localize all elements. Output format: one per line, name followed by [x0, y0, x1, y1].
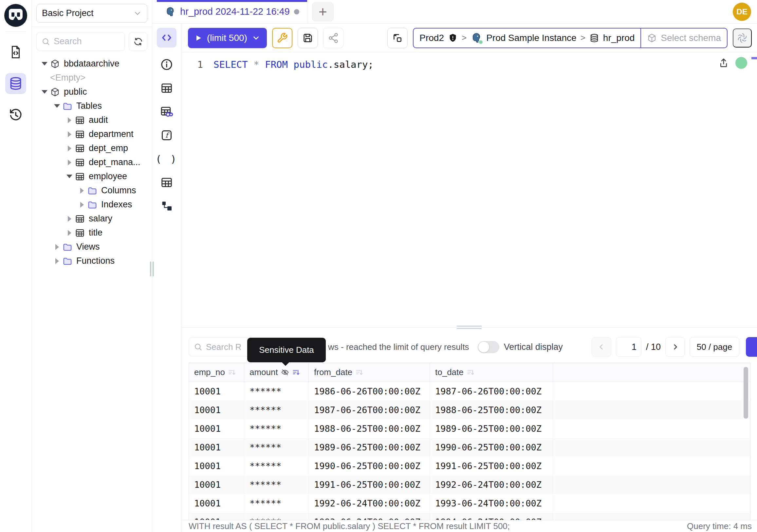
worksheets-nav-button[interactable]: [5, 42, 26, 63]
cell-to-date[interactable]: 1994-06-24T00:00:00Z: [430, 513, 553, 520]
masked-tables-button[interactable]: [160, 105, 174, 119]
cell-emp-no[interactable]: 10001: [189, 419, 244, 438]
share-sheet-button[interactable]: [323, 28, 344, 48]
cell-emp-no[interactable]: 10001: [189, 513, 244, 520]
code-line-1[interactable]: 1 SELECT * FROM public.salary;: [181, 59, 757, 70]
sidebar-resize-handle[interactable]: [150, 262, 154, 276]
refresh-schema-button[interactable]: [129, 32, 147, 51]
cell-emp-no[interactable]: 10001: [189, 382, 244, 401]
procedures-panel-button[interactable]: ( ): [160, 152, 174, 166]
tab-hr-prod[interactable]: hr_prod 2024-11-22 16:49: [157, 0, 308, 23]
sort-icon[interactable]: [228, 368, 236, 376]
tree-caret[interactable]: [64, 117, 75, 123]
column-header[interactable]: amount: [244, 363, 309, 382]
table-row[interactable]: 10001 ****** 1993-06-24T00:00:00Z 1994-0…: [189, 513, 750, 520]
tree-caret[interactable]: [64, 230, 75, 236]
export-button[interactable]: [746, 337, 757, 357]
tree-item[interactable]: bbdataarchive: [36, 57, 152, 71]
tree-caret[interactable]: [64, 160, 75, 166]
new-tab-button[interactable]: +: [312, 2, 334, 21]
cell-from-date[interactable]: 1991-06-25T00:00:00Z: [309, 475, 430, 494]
save-sheet-button[interactable]: [298, 28, 318, 48]
tree-caret[interactable]: [51, 244, 63, 250]
tree-caret[interactable]: [64, 216, 75, 222]
cell-amount-masked[interactable]: ******: [244, 457, 309, 475]
cell-amount-masked[interactable]: ******: [244, 401, 309, 419]
cell-to-date[interactable]: 1993-06-24T00:00:00Z: [430, 494, 553, 513]
next-page-button[interactable]: [665, 337, 685, 357]
functions-panel-button[interactable]: f: [160, 128, 174, 142]
tree-item[interactable]: public: [36, 85, 152, 99]
tree-item[interactable]: dept_emp: [36, 141, 152, 155]
avatar[interactable]: DE: [733, 3, 751, 21]
cell-from-date[interactable]: 1987-06-26T00:00:00Z: [309, 401, 430, 419]
cell-amount-masked[interactable]: ******: [244, 438, 309, 457]
cell-emp-no[interactable]: 10001: [189, 457, 244, 475]
ai-assistant-button[interactable]: [733, 28, 752, 47]
admin-mode-button[interactable]: [272, 28, 292, 48]
tree-item[interactable]: employee: [36, 169, 152, 183]
table-scrollbar-thumb[interactable]: [743, 367, 748, 419]
tree-item[interactable]: Columns: [36, 183, 152, 198]
table-row[interactable]: 10001 ****** 1989-06-25T00:00:00Z 1990-0…: [189, 438, 750, 457]
sidebar-search-box[interactable]: [36, 32, 125, 51]
tree-item[interactable]: <Empty>: [36, 71, 152, 85]
cell-from-date[interactable]: 1993-06-24T00:00:00Z: [309, 513, 430, 520]
connection-breadcrumb[interactable]: Prod2 > Prod Sample Instance >: [413, 28, 728, 48]
tree-item[interactable]: Functions: [36, 254, 152, 268]
sort-icon[interactable]: [355, 368, 363, 376]
tree-item[interactable]: Indexes: [36, 198, 152, 212]
cell-from-date[interactable]: 1989-06-25T00:00:00Z: [309, 438, 430, 457]
run-query-button[interactable]: (limit 500): [188, 28, 267, 48]
tree-caret[interactable]: [39, 90, 50, 94]
schema-diagram-button[interactable]: [160, 199, 174, 213]
prev-page-button[interactable]: [591, 337, 611, 357]
cell-from-date[interactable]: 1992-06-24T00:00:00Z: [309, 494, 430, 513]
tree-caret[interactable]: [39, 62, 50, 66]
history-nav-button[interactable]: [5, 105, 26, 125]
cell-from-date[interactable]: 1990-06-25T00:00:00Z: [309, 457, 430, 475]
external-tables-button[interactable]: [160, 175, 174, 190]
tree-item[interactable]: dept_mana...: [36, 155, 152, 169]
tables-panel-button[interactable]: [160, 81, 174, 95]
column-header[interactable]: emp_no: [189, 363, 244, 382]
cell-to-date[interactable]: 1991-06-25T00:00:00Z: [430, 457, 553, 475]
project-select[interactable]: Basic Project: [36, 4, 147, 23]
tree-caret[interactable]: [76, 188, 87, 194]
select-schema[interactable]: Select schema: [640, 28, 727, 47]
column-header[interactable]: to_date: [430, 363, 553, 382]
sidebar-search-input[interactable]: [54, 36, 120, 47]
table-row[interactable]: 10001 ****** 1986-06-26T00:00:00Z 1987-0…: [189, 382, 750, 401]
cell-amount-masked[interactable]: ******: [244, 494, 309, 513]
cell-to-date[interactable]: 1988-06-25T00:00:00Z: [430, 401, 553, 419]
tree-item[interactable]: department: [36, 127, 152, 141]
column-header[interactable]: from_date: [309, 363, 430, 382]
cell-emp-no[interactable]: 10001: [189, 475, 244, 494]
upload-icon[interactable]: [718, 58, 729, 68]
cell-to-date[interactable]: 1990-06-25T00:00:00Z: [430, 438, 553, 457]
cell-to-date[interactable]: 1992-06-24T00:00:00Z: [430, 475, 553, 494]
tree-item[interactable]: Views: [36, 240, 152, 254]
table-row[interactable]: 10001 ****** 1991-06-25T00:00:00Z 1992-0…: [189, 475, 750, 494]
page-number-input[interactable]: [616, 337, 641, 357]
cell-emp-no[interactable]: 10001: [189, 401, 244, 419]
cell-amount-masked[interactable]: ******: [244, 419, 309, 438]
tree-item[interactable]: audit: [36, 113, 152, 127]
cell-emp-no[interactable]: 10001: [189, 494, 244, 513]
table-row[interactable]: 10001 ****** 1987-06-26T00:00:00Z 1988-0…: [189, 401, 750, 419]
vertical-display-toggle[interactable]: [478, 341, 499, 353]
tree-caret[interactable]: [64, 174, 75, 178]
cell-emp-no[interactable]: 10001: [189, 438, 244, 457]
table-row[interactable]: 10001 ****** 1990-06-25T00:00:00Z 1991-0…: [189, 457, 750, 475]
sort-icon[interactable]: [467, 368, 475, 376]
bytebase-logo[interactable]: [4, 4, 27, 27]
connection-button[interactable]: [387, 28, 408, 48]
tree-caret[interactable]: [76, 202, 87, 208]
tree-caret[interactable]: [64, 131, 75, 137]
cell-amount-masked[interactable]: ******: [244, 382, 309, 401]
tree-item[interactable]: title: [36, 226, 152, 240]
cell-amount-masked[interactable]: ******: [244, 513, 309, 520]
cell-to-date[interactable]: 1989-06-25T00:00:00Z: [430, 419, 553, 438]
tree-caret[interactable]: [51, 104, 63, 108]
tree-caret[interactable]: [64, 145, 75, 151]
